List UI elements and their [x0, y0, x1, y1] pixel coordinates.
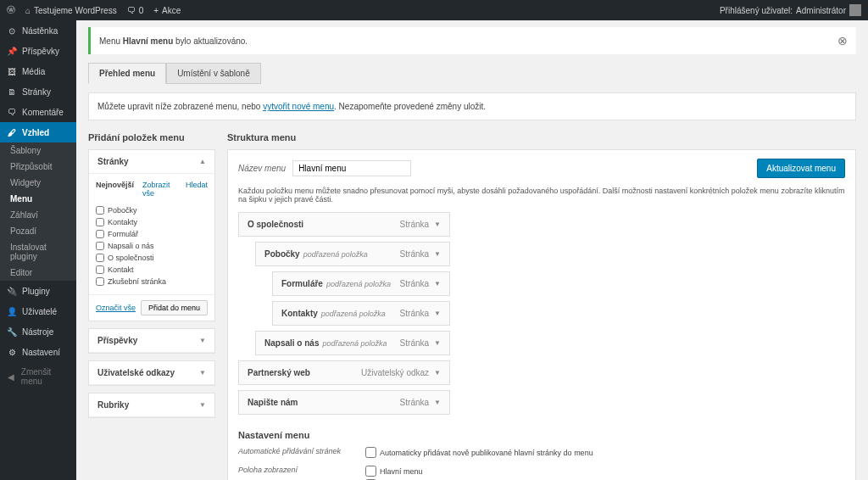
- sidebar-item-pages[interactable]: 🗎Stránky: [0, 81, 76, 102]
- comment-icon: 🗨: [127, 6, 136, 15]
- links-metabox: Uživatelské odkazy ▼: [88, 360, 215, 386]
- home-icon: ⌂: [25, 6, 31, 15]
- wp-logo-icon[interactable]: ⓦ: [7, 4, 15, 16]
- auto-add-label: Automatické přidávání stránek: [238, 447, 365, 460]
- tab-recent[interactable]: Nejnovější: [96, 181, 134, 198]
- media-icon: 🖾: [7, 66, 17, 76]
- menu-settings: Nastavení menu Automatické přidávání str…: [238, 430, 845, 480]
- sidebar-item-dashboard[interactable]: ⊙Nástěnka: [0, 20, 76, 41]
- chevron-down-icon: ▼: [434, 399, 441, 406]
- sidebar-sub-header[interactable]: Záhlaví: [0, 207, 76, 223]
- sidebar-item-posts[interactable]: 📌Příspěvky: [0, 41, 76, 61]
- sidebar-item-users[interactable]: 👤Uživatelé: [0, 301, 76, 321]
- save-menu-button-top[interactable]: Aktualizovat menu: [757, 159, 845, 178]
- sidebar-item-plugins[interactable]: 🔌Pluginy: [0, 281, 76, 301]
- main-content: Menu Hlavní menu bylo aktualizováno. ⊗ P…: [76, 20, 868, 480]
- nav-tabs: Přehled menu Umístění v šabloně: [88, 63, 856, 84]
- page-icon: 🗎: [7, 87, 17, 97]
- page-checkbox[interactable]: [96, 277, 104, 286]
- menu-item[interactable]: Formulářepodřazená položka Stránka▼: [272, 271, 450, 296]
- location-label: Poloha zobrazení: [238, 466, 365, 480]
- page-checkbox[interactable]: [96, 230, 104, 238]
- select-all-link[interactable]: Označit vše: [96, 304, 136, 312]
- dashboard-icon: ⊙: [7, 25, 17, 36]
- tab-locations[interactable]: Umístění v šabloně: [166, 63, 261, 84]
- sidebar-item-comments[interactable]: 🗨Komentáře: [0, 102, 76, 122]
- menu-structure-column: Struktura menu Název menu Aktualizovat m…: [227, 132, 856, 480]
- sidebar-sub-menu[interactable]: Menu: [0, 191, 76, 207]
- page-checkbox[interactable]: [96, 254, 104, 262]
- page-label: Zkušební stránka: [108, 277, 166, 286]
- settings-icon: ⚙: [7, 347, 17, 357]
- add-items-column: Přidání položek menu Stránky ▲ Nejnovějš…: [88, 132, 215, 480]
- menu-item[interactable]: Napište nám Stránka▼: [238, 390, 450, 415]
- menu-item[interactable]: Pobočkypodřazená položka Stránka▼: [255, 242, 450, 266]
- plus-icon: +: [153, 6, 159, 15]
- user-account-link[interactable]: Přihlášený uživatel: Administrátor: [720, 4, 861, 16]
- sidebar-sub-widgets[interactable]: Widgety: [0, 175, 76, 191]
- new-content-link[interactable]: + Akce: [153, 6, 181, 15]
- sidebar-item-tools[interactable]: 🔧Nástroje: [0, 321, 76, 342]
- chevron-down-icon: ▼: [434, 280, 441, 287]
- menu-item[interactable]: Partnerský web Uživatelský odkaz▼: [238, 360, 450, 385]
- pages-filter-tabs: Nejnovější Zobrazit vše Hledat: [96, 181, 208, 198]
- collapse-icon: ◀: [7, 371, 16, 382]
- add-items-heading: Přidání položek menu: [88, 132, 215, 142]
- sidebar-sub-themes[interactable]: Šablony: [0, 142, 76, 159]
- sidebar-sub-customize[interactable]: Přizpůsobit: [0, 159, 76, 175]
- pages-metabox: Stránky ▲ Nejnovější Zobrazit vše Hledat…: [88, 149, 215, 321]
- users-icon: 👤: [7, 306, 17, 316]
- sidebar-item-appearance[interactable]: 🖌Vzhled: [0, 122, 76, 142]
- location-main-checkbox[interactable]: [365, 466, 376, 477]
- settings-heading: Nastavení menu: [238, 430, 845, 440]
- sidebar-sub-editor[interactable]: Editor: [0, 265, 76, 281]
- sidebar-sub-install-plugins[interactable]: Instalovat pluginy: [0, 239, 76, 265]
- avatar: [849, 4, 861, 16]
- menu-item[interactable]: Napsali o náspodřazená položka Stránka▼: [255, 331, 450, 355]
- tools-icon: 🔧: [7, 327, 17, 337]
- posts-metabox-toggle[interactable]: Příspěvky ▼: [89, 329, 214, 353]
- page-label: Kontakty: [108, 218, 137, 226]
- chevron-down-icon: ▼: [199, 337, 206, 344]
- sidebar-item-media[interactable]: 🖾Média: [0, 61, 76, 81]
- sidebar-sub-background[interactable]: Pozadí: [0, 223, 76, 239]
- add-to-menu-button[interactable]: Přidat do menu: [141, 300, 208, 315]
- page-checkbox[interactable]: [96, 206, 104, 215]
- page-label: Formulář: [108, 230, 138, 238]
- chevron-down-icon: ▼: [434, 339, 441, 347]
- page-label: Napsali o nás: [108, 242, 154, 250]
- tab-overview[interactable]: Přehled menu: [88, 63, 166, 84]
- create-new-menu-link[interactable]: vytvořit nové menu: [263, 102, 334, 111]
- page-label: Pobočky: [108, 206, 137, 215]
- comments-link[interactable]: 🗨 0: [127, 6, 144, 15]
- admin-toolbar: ⓦ ⌂ Testujeme WordPress 🗨 0 + Akce Přihl…: [0, 0, 868, 20]
- admin-sidebar: ⊙Nástěnka 📌Příspěvky 🖾Média 🗎Stránky 🗨Ko…: [0, 20, 76, 480]
- sidebar-item-settings[interactable]: ⚙Nastavení: [0, 342, 76, 362]
- page-checkbox[interactable]: [96, 265, 104, 274]
- sidebar-collapse[interactable]: ◀Zmenšit menu: [0, 362, 76, 391]
- categories-metabox-toggle[interactable]: Rubriky ▼: [89, 393, 214, 417]
- structure-heading: Struktura menu: [227, 132, 856, 142]
- success-notice: Menu Hlavní menu bylo aktualizováno. ⊗: [88, 27, 856, 54]
- chevron-down-icon: ▼: [199, 369, 206, 377]
- page-checkbox[interactable]: [96, 218, 104, 226]
- pages-metabox-toggle[interactable]: Stránky ▲: [89, 150, 214, 174]
- menu-item[interactable]: Kontaktypodřazená položka Stránka▼: [272, 301, 450, 326]
- site-name-link[interactable]: ⌂ Testujeme WordPress: [25, 6, 117, 15]
- plugin-icon: 🔌: [7, 286, 17, 296]
- pin-icon: 📌: [7, 46, 17, 56]
- tab-search[interactable]: Hledat: [186, 181, 208, 198]
- categories-metabox: Rubriky ▼: [88, 393, 215, 418]
- pages-checklist: Pobočky Kontakty Formulář Napsali o nás …: [96, 204, 208, 287]
- menu-item[interactable]: O společnosti Stránka▼: [238, 212, 450, 237]
- page-label: Kontakt: [108, 265, 134, 274]
- dismiss-notice-button[interactable]: ⊗: [837, 34, 848, 47]
- menu-name-label: Název menu: [238, 164, 286, 173]
- structure-hint: Každou položku menu můžete snadno přesun…: [238, 187, 845, 204]
- tab-view-all[interactable]: Zobrazit vše: [142, 181, 177, 198]
- page-checkbox[interactable]: [96, 242, 104, 250]
- sidebar-submenu-appearance: Šablony Přizpůsobit Widgety Menu Záhlaví…: [0, 142, 76, 281]
- links-metabox-toggle[interactable]: Uživatelské odkazy ▼: [89, 361, 214, 385]
- auto-add-checkbox[interactable]: [365, 447, 376, 458]
- menu-name-input[interactable]: [292, 160, 411, 176]
